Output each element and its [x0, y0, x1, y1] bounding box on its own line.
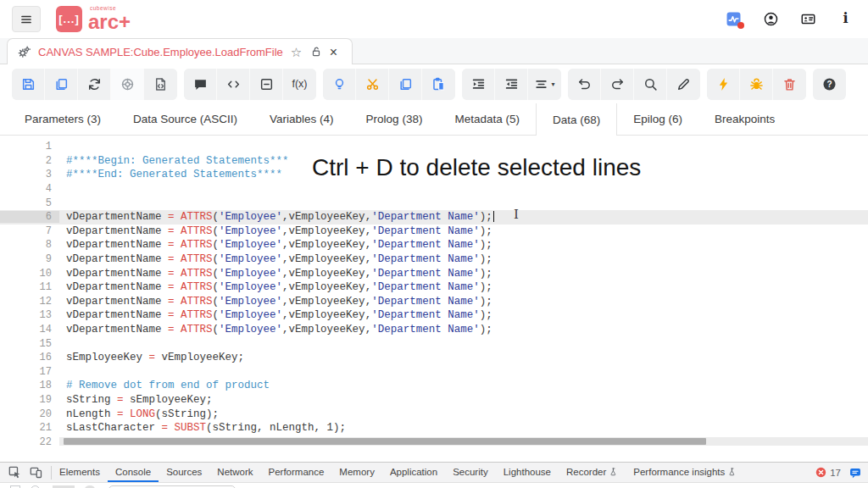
search-button[interactable] [634, 69, 667, 100]
code-text: vDepartmentName = ATTRS('Employee',vEmpl… [59, 268, 492, 280]
function-button[interactable]: f(x) [283, 69, 316, 100]
devtools-tab-label: Sources [166, 467, 202, 477]
code-line-8[interactable]: 8vDepartmentName = ATTRS('Employee',vEmp… [0, 238, 868, 252]
outdent-button[interactable] [495, 69, 528, 100]
code-line-12[interactable]: 12vDepartmentName = ATTRS('Employee',vEm… [0, 295, 868, 309]
tab-prolog-38[interactable]: Prolog (38) [350, 103, 439, 135]
devtools-tab-performance[interactable]: Performance [261, 463, 332, 482]
devtools-tab-sources[interactable]: Sources [159, 463, 209, 482]
devtools-tab-lighthouse[interactable]: Lighthouse [496, 463, 559, 482]
tab-epilog-6[interactable]: Epilog (6) [617, 103, 698, 135]
save-button[interactable] [12, 69, 45, 100]
copy-lines-button[interactable] [389, 69, 422, 100]
code-line-15[interactable]: 15 [0, 336, 868, 351]
tab-parameters-3[interactable]: Parameters (3) [8, 103, 117, 135]
code-line-13[interactable]: 13vDepartmentName = ATTRS('Employee',vEm… [0, 308, 868, 323]
favorite-star-button[interactable]: ☆ [291, 46, 303, 58]
collapse-icon [259, 77, 274, 92]
indent-button[interactable] [462, 69, 495, 100]
paste-button[interactable] [422, 69, 455, 100]
devtools-tab-console[interactable]: Console [108, 463, 159, 482]
source-file-button[interactable] [144, 69, 177, 100]
code-line-21[interactable]: 21sLastCharacter = SUBST(sString, nLengt… [0, 421, 868, 435]
hint-button[interactable] [323, 69, 356, 100]
code-line-5[interactable]: 5 [0, 196, 868, 210]
code-text: vDepartmentName = ATTRS('Employee',vEmpl… [59, 225, 492, 237]
tab-breakpoints[interactable]: Breakpoints [698, 103, 791, 135]
close-tab-button[interactable]: × [330, 46, 342, 58]
redo-button[interactable] [601, 69, 634, 100]
toolbar-group [707, 69, 806, 100]
document-tab[interactable]: CANVAS SAMPLE:Cube.Employee.LoadFromFile… [7, 38, 353, 64]
scrollbar-thumb[interactable] [64, 438, 706, 445]
cut-button[interactable] [356, 69, 389, 100]
line-number: 4 [0, 183, 59, 195]
issues-button[interactable] [849, 467, 861, 479]
devtools-tabs: ElementsConsoleSourcesNetworkPerformance… [52, 463, 744, 482]
code-line-14[interactable]: 14vDepartmentName = ATTRS('Employee',vEm… [0, 323, 868, 337]
unlock-button[interactable] [310, 46, 322, 58]
devtools-tab-memory[interactable]: Memory [331, 463, 382, 482]
brand-name-label: arc+ [88, 12, 131, 32]
devtools-tab-performance-insights[interactable]: Performance insights [626, 463, 744, 482]
line-number: 1 [0, 141, 59, 152]
preview-button[interactable] [111, 69, 144, 100]
info-button[interactable]: i [838, 12, 853, 26]
edit-button[interactable] [667, 69, 700, 100]
toolbar-group [12, 69, 177, 100]
undo-button[interactable] [568, 69, 601, 100]
account-button[interactable] [764, 12, 778, 26]
code-line-20[interactable]: 20nLength = LONG(sString); [0, 407, 868, 421]
devtools-tab-recorder[interactable]: Recorder [559, 463, 626, 482]
code-line-16[interactable]: 16sEmployeeKey = vEmployeeKey; [0, 351, 868, 365]
performance-monitor-button[interactable] [726, 12, 741, 26]
tab-variables-4[interactable]: Variables (4) [253, 103, 350, 135]
code-line-10[interactable]: 10vDepartmentName = ATTRS('Employee',vEm… [0, 266, 868, 280]
delete-button[interactable] [773, 69, 806, 100]
tab-data-68[interactable]: Data (68) [536, 103, 617, 136]
line-number: 12 [0, 296, 59, 308]
license-card-button[interactable] [801, 12, 815, 26]
help-button[interactable]: ? [813, 69, 846, 100]
run-button[interactable] [707, 69, 740, 100]
tab-metadata-5[interactable]: Metadata (5) [438, 103, 536, 135]
code-block-button[interactable] [217, 69, 250, 100]
code-line-1[interactable]: 1 [0, 140, 868, 154]
code-editor[interactable]: 12#****Begin: Generated Statements***3#*… [0, 136, 868, 446]
collapse-button[interactable] [250, 69, 283, 100]
code-text: vDepartmentName = ATTRS('Employee',vEmpl… [59, 309, 492, 321]
copy-icon [398, 77, 413, 92]
toolbar-group: f(x) [184, 69, 316, 100]
error-badge[interactable]: 17 [815, 467, 841, 478]
format-button[interactable]: ▾ [528, 69, 561, 100]
devtools-tab-label: Elements [59, 467, 100, 477]
flask-icon [728, 468, 737, 476]
code-line-7[interactable]: 7vDepartmentName = ATTRS('Employee',vEmp… [0, 225, 868, 239]
pencil-icon [676, 77, 691, 92]
code-line-11[interactable]: 11vDepartmentName = ATTRS('Employee',vEm… [0, 280, 868, 295]
tab-data-source-ascii[interactable]: Data Source (ASCII) [117, 103, 253, 135]
inspect-element-button[interactable] [8, 466, 21, 479]
code-line-18[interactable]: 18# Remove dot from end of product [0, 379, 868, 393]
comment-button[interactable] [184, 69, 217, 100]
devtools-tab-application[interactable]: Application [382, 463, 445, 482]
overlay-caption: Ctrl + D to delete selected lines [312, 154, 641, 181]
code-line-4[interactable]: 4 [0, 182, 868, 197]
code-line-6[interactable]: 6vDepartmentName = ATTRS('Employee',vEmp… [0, 210, 868, 225]
debug-button[interactable] [740, 69, 773, 100]
device-toolbar-button[interactable] [30, 466, 42, 479]
devtools-tab-label: Lighthouse [504, 467, 551, 477]
devtools-tab-elements[interactable]: Elements [52, 463, 108, 482]
code-line-17[interactable]: 17 [0, 365, 868, 380]
menu-button[interactable] [12, 6, 41, 32]
code-line-9[interactable]: 9vDepartmentName = ATTRS('Employee',vEmp… [0, 252, 868, 267]
devtools-tab-network[interactable]: Network [209, 463, 260, 482]
code-line-19[interactable]: 19sString = sEmployeeKey; [0, 393, 868, 408]
horizontal-scrollbar[interactable] [59, 437, 868, 446]
duplicate-button[interactable] [45, 69, 78, 100]
text-cursor-pointer: I [514, 207, 519, 222]
refresh-button[interactable] [78, 69, 111, 100]
devtools-tab-security[interactable]: Security [445, 463, 496, 482]
line-number: 14 [0, 324, 59, 336]
code-text: sEmployeeKey = vEmployeeKey; [59, 352, 244, 363]
